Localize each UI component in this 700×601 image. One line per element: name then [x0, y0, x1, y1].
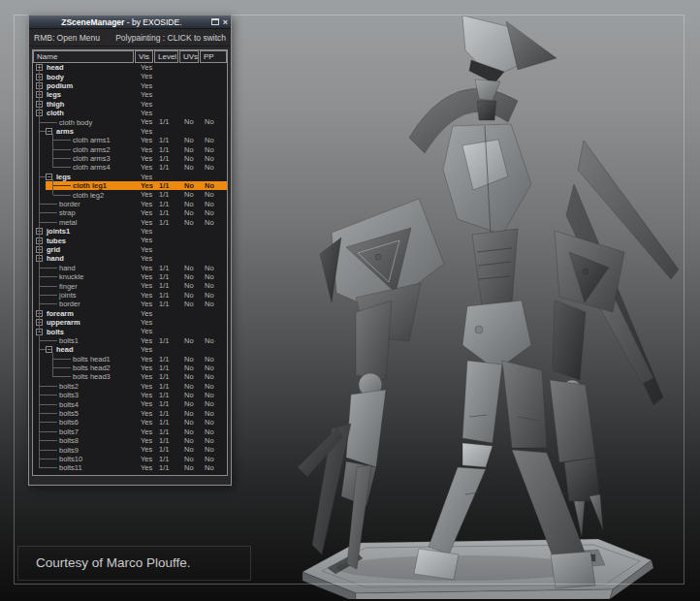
tree-guide-line: [39, 262, 40, 304]
tree-row-bolts-head3[interactable]: bolts head3Yes1/1NoNo: [33, 372, 227, 381]
subtool-name: bolts11: [59, 463, 82, 472]
subtool-pp-value: No: [205, 291, 214, 300]
subtool-uvs-value: No: [184, 382, 194, 391]
tree-row-cloth-arms2[interactable]: cloth arms2Yes1/1NoNo: [33, 145, 227, 154]
subtool-level-value: 1/1: [159, 272, 169, 281]
subtool-name: bolts2: [59, 382, 79, 391]
subtool-vis-value: Yes: [141, 81, 152, 90]
tree-row-knuckle[interactable]: knuckleYes1/1NoNo: [33, 272, 227, 281]
subtool-name: bolts4: [59, 400, 79, 409]
subtool-name: cloth leg2: [73, 191, 104, 200]
tree-row-border[interactable]: borderYes1/1NoNo: [33, 200, 227, 208]
subtool-pp-value: No: [205, 281, 214, 290]
tree-row-joints1[interactable]: +joints1Yes: [33, 227, 227, 236]
tree-row-bolts-head1[interactable]: bolts head1Yes1/1NoNo: [33, 355, 227, 364]
subtool-pp-value: No: [205, 336, 214, 345]
subtool-vis-value: Yes: [141, 63, 152, 72]
subtool-name: upperarm: [47, 318, 80, 327]
tree-row-bolts1[interactable]: bolts1Yes1/1NoNo: [33, 336, 227, 345]
tree-connector: [53, 367, 71, 368]
tree-row-bolts2[interactable]: bolts2Yes1/1NoNo: [33, 382, 227, 391]
tree-row-bolts4[interactable]: bolts4Yes1/1NoNo: [33, 399, 227, 408]
window-restore-icon[interactable]: [211, 18, 219, 25]
tree-row-body[interactable]: +bodyYes: [33, 72, 227, 80]
subtool-name: bolts head3: [73, 372, 111, 381]
collapse-toggle-icon[interactable]: −: [46, 128, 52, 135]
subtool-vis-value: Yes: [141, 272, 152, 281]
subtool-name: bolts9: [59, 446, 79, 455]
tree-row-bolts5[interactable]: bolts5Yes1/1NoNo: [33, 409, 227, 418]
tree-row-head[interactable]: +headYes: [33, 63, 227, 72]
subtool-pp-value: No: [205, 445, 214, 454]
tree-row-cloth-arms3[interactable]: cloth arms3Yes1/1NoNo: [33, 154, 227, 163]
tree-row-podium[interactable]: +podiumYes: [33, 81, 227, 90]
tree-row-strap[interactable]: strapYes1/1NoNo: [33, 208, 227, 217]
tree-connector: [40, 422, 57, 423]
subtool-uvs-value: No: [184, 399, 194, 408]
subtool-uvs-value: No: [184, 145, 194, 154]
subtool-name: head: [56, 345, 74, 354]
subtool-name: metal: [59, 218, 77, 227]
tree-row-tubes[interactable]: +tubesYes: [33, 236, 227, 244]
subtool-uvs-value: No: [184, 136, 194, 144]
tree-row-cloth-arms4[interactable]: cloth arms4Yes1/1NoNo: [33, 163, 227, 172]
close-icon[interactable]: ×: [223, 18, 228, 26]
column-header-pp: PP: [200, 50, 227, 63]
subtool-pp-value: No: [205, 436, 214, 445]
tree-row-head[interactable]: −headYes: [33, 345, 227, 354]
tree-row-thigh[interactable]: +thighYes: [33, 100, 227, 109]
tree-row-bolts8[interactable]: bolts8Yes1/1NoNo: [33, 436, 227, 445]
subtool-uvs-value: No: [184, 372, 194, 381]
tree-row-hand[interactable]: handYes1/1NoNo: [33, 264, 227, 272]
tree-row-border[interactable]: borderYes1/1NoNo: [33, 300, 227, 308]
tree-row-hand[interactable]: −handYes: [33, 254, 227, 263]
subtool-pp-value: No: [205, 190, 214, 199]
subtool-vis-value: Yes: [141, 109, 152, 117]
tree-row-cloth-body[interactable]: cloth bodyYes1/1NoNo: [33, 117, 227, 126]
subtool-uvs-value: No: [184, 281, 194, 290]
subtool-vis-value: Yes: [141, 236, 152, 244]
tree-row-bolts10[interactable]: bolts10Yes1/1NoNo: [33, 455, 227, 463]
subtool-name: bolts8: [59, 436, 79, 445]
collapse-toggle-icon[interactable]: −: [46, 346, 52, 353]
tree-guide-line: [39, 115, 40, 222]
window-buttons: ×: [211, 18, 228, 26]
tree-row-joints[interactable]: jointsYes1/1NoNo: [33, 291, 227, 300]
tree-row-metal[interactable]: metalYes1/1NoNo: [33, 218, 227, 227]
subtool-uvs-value: No: [184, 208, 194, 217]
tree-connector: [53, 158, 71, 159]
tree-row-bolts6[interactable]: bolts6Yes1/1NoNo: [33, 418, 227, 427]
tree-row-bolts9[interactable]: bolts9Yes1/1NoNo: [33, 445, 227, 454]
tree-row-legs[interactable]: −legsYes: [33, 173, 227, 181]
tree-row-bolts-head2[interactable]: bolts head2Yes1/1NoNo: [33, 364, 227, 372]
polypainting-hint[interactable]: Polypainting : CLICK to switch: [115, 33, 226, 43]
panel-titlebar[interactable]: ZSceneManager - by EXOSIDE. ×: [29, 16, 231, 29]
subtool-vis-value: Yes: [141, 163, 152, 172]
tree-row-cloth-arms1[interactable]: cloth arms1Yes1/1NoNo: [33, 136, 227, 144]
tree-row-cloth-leg2[interactable]: cloth leg2Yes1/1NoNo: [33, 190, 227, 199]
subtool-pp-value: No: [205, 181, 214, 190]
tree-row-arms[interactable]: −armsYes: [33, 127, 227, 136]
tree-row-forearm[interactable]: +forearmYes: [33, 309, 227, 318]
subtool-pp-value: No: [205, 136, 214, 144]
tree-row-cloth-leg1[interactable]: cloth leg1Yes1/1NoNo: [33, 181, 227, 190]
rmb-hint: RMB: Open Menu: [34, 33, 100, 43]
tree-row-legs[interactable]: +legsYes: [33, 90, 227, 99]
tree-row-bolts11[interactable]: bolts11Yes1/1NoNo: [33, 463, 227, 472]
hint-bar: RMB: Open Menu Polypainting : CLICK to s…: [29, 29, 231, 47]
tree-row-upperarm[interactable]: +upperarmYes: [33, 318, 227, 327]
subtool-name: grid: [47, 245, 60, 254]
subtool-tree: +headYes+bodyYes+podiumYes+legsYes+thigh…: [33, 63, 227, 474]
tree-row-grid[interactable]: +gridYes: [33, 245, 227, 254]
tree-connector: [40, 276, 57, 277]
figure-right-arm: [553, 300, 586, 380]
tree-row-cloth[interactable]: −clothYes: [33, 109, 227, 117]
subtool-level-value: 1/1: [159, 291, 169, 300]
tree-row-bolts[interactable]: −boltsYes: [33, 327, 227, 335]
collapse-toggle-icon[interactable]: −: [46, 174, 52, 180]
tree-row-finger[interactable]: fingerYes1/1NoNo: [33, 281, 227, 290]
tree-row-bolts7[interactable]: bolts7Yes1/1NoNo: [33, 427, 227, 436]
subtool-vis-value: Yes: [141, 190, 152, 199]
tree-connector: [40, 286, 57, 287]
tree-row-bolts3[interactable]: bolts3Yes1/1NoNo: [33, 391, 227, 399]
